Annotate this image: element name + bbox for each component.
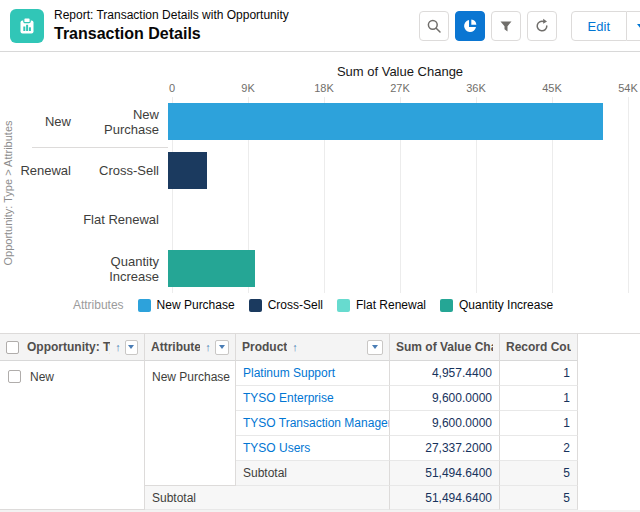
legend-swatch-icon: [249, 299, 262, 312]
axis-tick: 18K: [314, 82, 334, 94]
legend-title: Attributes: [73, 298, 124, 312]
search-button[interactable]: [419, 11, 449, 41]
filter-button[interactable]: [491, 11, 521, 41]
column-header-sum-of-value-change[interactable]: Sum of Value Change: [390, 334, 500, 361]
chevron-down-icon: [128, 345, 134, 349]
axis-tick: 45K: [542, 82, 562, 94]
product-link[interactable]: TYSO Enterprise: [236, 386, 390, 411]
legend-item-quantity-increase[interactable]: Quantity Increase: [440, 298, 553, 312]
sum-value: 27,337.2000: [390, 436, 500, 461]
legend-item-flat-renewal[interactable]: Flat Renewal: [337, 298, 426, 312]
chevron-down-icon: [637, 24, 640, 29]
chart-title: Sum of Value Change: [172, 64, 628, 82]
chevron-down-icon: [372, 345, 378, 349]
bar-cross-sell[interactable]: [168, 152, 207, 189]
page-title: Transaction Details: [54, 24, 289, 44]
legend-swatch-icon: [440, 299, 453, 312]
group-label-renewal: Renewal: [0, 163, 75, 178]
record-count-value: 5: [500, 486, 578, 510]
column-menu-button[interactable]: [215, 340, 229, 355]
column-menu-button[interactable]: [367, 340, 383, 355]
filter-icon: [498, 18, 514, 34]
legend-item-cross-sell[interactable]: Cross-Sell: [249, 298, 323, 312]
plot-area: Opportunity: Type > Attributes New New P…: [0, 97, 640, 293]
sum-value: 9,600.0000: [390, 386, 500, 411]
product-link[interactable]: TYSO Users: [236, 436, 390, 461]
axis-tick: 9K: [241, 82, 254, 94]
row-checkbox[interactable]: [8, 370, 21, 383]
axis-tick: 36K: [466, 82, 486, 94]
product-link[interactable]: TYSO Transaction Management: [236, 411, 390, 436]
column-header-opportunity-type[interactable]: Opportunity: Type ↑: [0, 334, 145, 361]
group-cell-opportunity-type: New: [0, 361, 145, 510]
column-header-product[interactable]: Product ↑: [236, 334, 390, 361]
toolbar: Edit: [419, 11, 640, 41]
axis-tick: 54K: [618, 82, 638, 94]
chart-toggle-button[interactable]: [455, 11, 485, 41]
column-menu-button[interactable]: [125, 340, 138, 355]
product-subtotal-label: Subtotal: [236, 461, 390, 486]
chevron-down-icon: [219, 345, 225, 349]
search-icon: [426, 18, 442, 34]
record-count-value: 5: [500, 461, 578, 486]
category-label: Cross-Sell: [75, 163, 168, 178]
axis-tick: 0: [169, 82, 175, 94]
edit-button[interactable]: Edit: [571, 11, 627, 41]
category-label: New Purchase: [75, 107, 168, 137]
refresh-button[interactable]: [527, 11, 557, 41]
chart-legend: Attributes New Purchase Cross-Sell Flat …: [0, 298, 640, 312]
x-axis-ticks: 0 9K 18K 27K 36K 45K 54K: [172, 82, 628, 97]
edit-dropdown-button[interactable]: [627, 11, 640, 41]
report-icon: [10, 9, 44, 43]
record-count-value: 2: [500, 436, 578, 461]
category-label: Flat Renewal: [75, 212, 168, 227]
pie-chart-icon: [462, 18, 478, 34]
sort-asc-icon: ↑: [115, 341, 121, 353]
sum-value: 4,957.4400: [390, 361, 500, 386]
record-count-value: 1: [500, 386, 578, 411]
table-empty-area: [578, 334, 640, 510]
sum-value: 51,494.6400: [390, 461, 500, 486]
sort-asc-icon: ↑: [205, 341, 211, 353]
column-header-record-count[interactable]: Record Count: [500, 334, 578, 361]
legend-swatch-icon: [138, 299, 151, 312]
attributes-subtotal-label: Subtotal: [145, 486, 390, 510]
bar-quantity-increase[interactable]: [168, 250, 255, 287]
report-type-label: Report: Transaction Details with Opportu…: [54, 8, 289, 23]
sort-asc-icon: ↑: [292, 341, 298, 353]
product-link[interactable]: Platinum Support: [236, 361, 390, 386]
sum-value: 9,600.0000: [390, 411, 500, 436]
report-table: Opportunity: Type ↑ Attributes ↑ Product…: [0, 333, 640, 510]
record-count-value: 1: [500, 361, 578, 386]
category-label: Quantity Increase: [75, 254, 168, 284]
bar-new-purchase[interactable]: [168, 103, 603, 140]
sum-value: 51,494.6400: [390, 486, 500, 510]
legend-swatch-icon: [337, 299, 350, 312]
legend-item-new-purchase[interactable]: New Purchase: [138, 298, 235, 312]
app-header: Report: Transaction Details with Opportu…: [0, 0, 640, 52]
group-label-new: New: [0, 114, 75, 129]
column-header-attributes[interactable]: Attributes ↑: [145, 334, 236, 361]
chart-panel: Sum of Value Change 0 9K 18K 27K 36K 45K…: [0, 52, 640, 333]
group-cell-attributes: New Purchase: [145, 361, 236, 486]
record-count-value: 1: [500, 411, 578, 436]
refresh-icon: [534, 18, 550, 34]
select-all-checkbox[interactable]: [6, 341, 19, 354]
axis-tick: 27K: [390, 82, 410, 94]
